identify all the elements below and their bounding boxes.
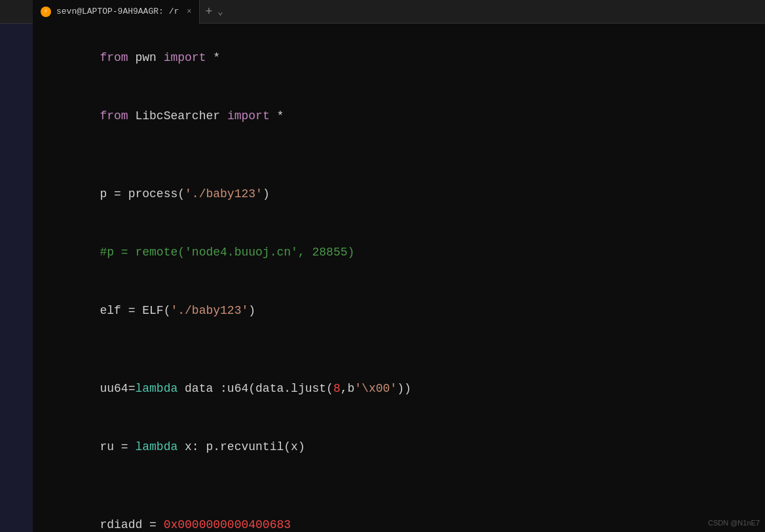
code-line-3	[43, 145, 765, 165]
tab-add-button[interactable]: +	[200, 5, 217, 18]
code-line-9: ru = lambda x: p.recvuntil(x)	[43, 418, 765, 476]
tab-close-button[interactable]: ×	[187, 7, 191, 16]
terminal-tab[interactable]: ⚡ sevn@LAPTOP-9AH9AAGR: /r ×	[33, 0, 200, 24]
tab-title: sevn@LAPTOP-9AH9AAGR: /r	[56, 7, 179, 16]
code-line-7	[43, 340, 765, 360]
code-line-11: rdiadd = 0x0000000000400683	[43, 496, 765, 532]
code-line-8: uu64=lambda data :u64(data.ljust(8,b'\x0…	[43, 360, 765, 418]
code-line-4: p = process('./baby123')	[43, 165, 765, 223]
code-line-1: from pwn import *	[43, 29, 765, 87]
sidebar-gutter	[0, 24, 33, 532]
terminal-window: ⚡ sevn@LAPTOP-9AH9AAGR: /r × + ⌄ from pw…	[0, 0, 765, 532]
keyword-from: from	[100, 51, 128, 64]
code-line-10	[43, 476, 765, 496]
code-line-2: from LibcSearcher import *	[43, 87, 765, 145]
tab-bar: ⚡ sevn@LAPTOP-9AH9AAGR: /r × + ⌄	[0, 0, 765, 24]
tab-icon: ⚡	[41, 7, 51, 17]
code-editor[interactable]: from pwn import * from LibcSearcher impo…	[33, 24, 765, 532]
tab-chevron-button[interactable]: ⌄	[217, 6, 223, 17]
keyword-import: import	[164, 51, 206, 64]
content-area: from pwn import * from LibcSearcher impo…	[0, 24, 765, 532]
code-line-6: elf = ELF('./baby123')	[43, 282, 765, 340]
watermark: CSDN @N1nE7	[708, 519, 760, 527]
code-line-5: #p = remote('node4.buuoj.cn', 28855)	[43, 223, 765, 282]
